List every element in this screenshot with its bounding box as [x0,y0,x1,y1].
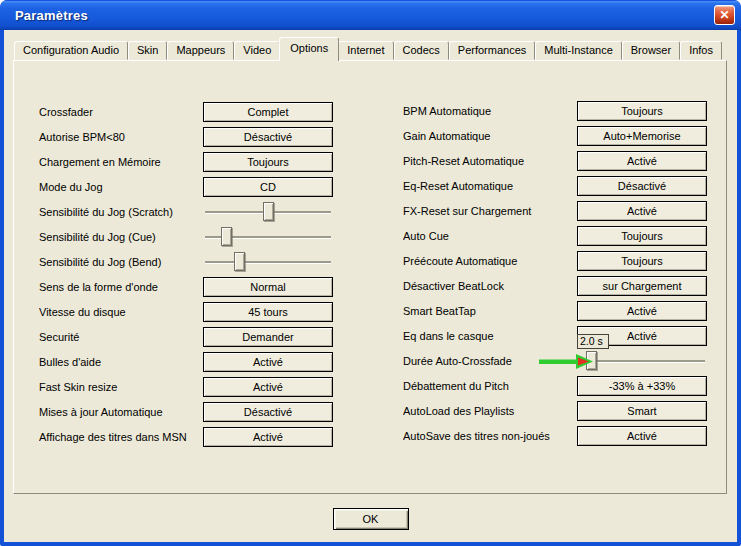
row-bpm-automatique: BPM Automatique Toujours [403,101,707,121]
ok-button[interactable]: OK [333,508,409,530]
slider-thumb[interactable] [263,202,274,221]
sens-forme-onde-value-button[interactable]: Normal [203,277,333,297]
setting-label: AutoSave des titres non-joués [403,430,577,442]
setting-label: Sensibilité du Jog (Cue) [39,231,203,243]
row-fx-reset: FX-Reset sur Chargement Activé [403,201,707,221]
slider-thumb[interactable] [221,227,232,246]
tab-bar: Configuration Audio Skin Mappeurs Video … [14,37,722,61]
auto-crossfade-slider[interactable]: 2.0 s [577,351,707,371]
setting-label: Affichage des titres dans MSN [39,431,203,443]
row-jog-bend: Sensibilité du Jog (Bend) [39,252,333,272]
securite-value-button[interactable]: Demander [203,327,333,347]
tab-performances[interactable]: Performances [449,41,535,60]
row-autoload-playlists: AutoLoad des Playlists Smart [403,401,707,421]
close-icon: ✕ [719,8,729,22]
setting-label: Pitch-Reset Automatique [403,155,577,167]
beatlock-value-button[interactable]: sur Chargement [577,276,707,296]
row-preecoute: Préécoute Automatique Toujours [403,251,707,271]
setting-label: Smart BeatTap [403,305,577,317]
dialog-body: Configuration Audio Skin Mappeurs Video … [4,30,737,542]
close-button[interactable]: ✕ [714,5,735,25]
titres-msn-value-button[interactable]: Activé [203,427,333,447]
setting-label: Securité [39,331,203,343]
setting-label: Sensibilité du Jog (Scratch) [39,206,203,218]
setting-label: Bulles d'aide [39,356,203,368]
setting-label: Sens de la forme d'onde [39,281,203,293]
slider-thumb[interactable] [234,252,245,271]
pitch-range-value-button[interactable]: -33% à +33% [577,376,707,396]
row-auto-crossfade: Durée Auto-Crossfade 2.0 s [403,351,707,371]
setting-label: Préécoute Automatique [403,255,577,267]
tab-configuration-audio[interactable]: Configuration Audio [14,41,128,60]
setting-label: BPM Automatique [403,105,577,117]
fx-reset-value-button[interactable]: Activé [577,201,707,221]
pitch-reset-value-button[interactable]: Activé [577,151,707,171]
tab-codecs[interactable]: Codecs [394,41,449,60]
title-bar: Paramètres ✕ [0,0,741,30]
tab-multi-instance[interactable]: Multi-Instance [535,41,621,60]
gain-automatique-value-button[interactable]: Auto+Memorise [577,126,707,146]
bpm-automatique-value-button[interactable]: Toujours [577,101,707,121]
jog-scratch-slider[interactable] [203,202,333,222]
fast-skin-resize-value-button[interactable]: Activé [203,377,333,397]
setting-label: Chargement en Mémoire [39,156,203,168]
autoload-playlists-value-button[interactable]: Smart [577,401,707,421]
tab-internet[interactable]: Internet [338,41,393,60]
settings-window: Paramètres ✕ Configuration Audio Skin Ma… [0,0,741,546]
chargement-memoire-value-button[interactable]: Toujours [203,152,333,172]
tab-video[interactable]: Video [234,41,280,60]
crossfader-value-button[interactable]: Complet [203,102,333,122]
setting-label: Sensibilité du Jog (Bend) [39,256,203,268]
setting-label: Eq-Reset Automatique [403,180,577,192]
row-bulles-aide: Bulles d'aide Activé [39,352,333,372]
setting-label: AutoLoad des Playlists [403,405,577,417]
window-title: Paramètres [15,8,88,23]
autorise-bpm-value-button[interactable]: Désactivé [203,127,333,147]
tab-mappeurs[interactable]: Mappeurs [167,41,234,60]
row-eq-casque: Eq dans le casque Activé [403,326,707,346]
row-sens-forme-onde: Sens de la forme d'onde Normal [39,277,333,297]
setting-label: Gain Automatique [403,130,577,142]
row-vitesse-disque: Vitesse du disque 45 tours [39,302,333,322]
row-jog-cue: Sensibilité du Jog (Cue) [39,227,333,247]
options-tab-page: Crossfader Complet Autorise BPM<80 Désac… [13,60,727,494]
setting-label: Fast Skin resize [39,381,203,393]
setting-label: Eq dans le casque [403,330,577,342]
row-chargement-memoire: Chargement en Mémoire Toujours [39,152,333,172]
jog-bend-slider[interactable] [203,252,333,272]
setting-label: FX-Reset sur Chargement [403,205,577,217]
autosave-titres-value-button[interactable]: Activé [577,426,707,446]
setting-label: Mode du Jog [39,181,203,193]
row-mode-jog: Mode du Jog CD [39,177,333,197]
tab-infos[interactable]: Infos [680,41,722,60]
mode-jog-value-button[interactable]: CD [203,177,333,197]
row-beatlock: Désactiver BeatLock sur Chargement [403,276,707,296]
slider-thumb[interactable] [586,351,597,370]
row-pitch-reset: Pitch-Reset Automatique Activé [403,151,707,171]
crossfade-duration-tooltip: 2.0 s [577,334,609,349]
row-gain-automatique: Gain Automatique Auto+Memorise [403,126,707,146]
row-smart-beattap: Smart BeatTap Activé [403,301,707,321]
auto-cue-value-button[interactable]: Toujours [577,226,707,246]
slider-track[interactable] [205,261,331,263]
row-titres-msn: Affichage des titres dans MSN Activé [39,427,333,447]
vitesse-disque-value-button[interactable]: 45 tours [203,302,333,322]
smart-beattap-value-button[interactable]: Activé [577,301,707,321]
setting-label: Auto Cue [403,230,577,242]
mises-a-jour-value-button[interactable]: Désactivé [203,402,333,422]
tab-options[interactable]: Options [279,37,339,61]
setting-label: Crossfader [39,106,203,118]
tab-skin[interactable]: Skin [128,41,167,60]
tab-browser[interactable]: Browser [622,41,680,60]
setting-label: Débattement du Pitch [403,380,577,392]
right-settings-column: BPM Automatique Toujours Gain Automatiqu… [403,101,707,451]
slider-track[interactable] [579,360,705,362]
row-pitch-range: Débattement du Pitch -33% à +33% [403,376,707,396]
eq-reset-value-button[interactable]: Désactivé [577,176,707,196]
bulles-aide-value-button[interactable]: Activé [203,352,333,372]
row-securite: Securité Demander [39,327,333,347]
jog-cue-slider[interactable] [203,227,333,247]
row-autorise-bpm: Autorise BPM<80 Désactivé [39,127,333,147]
row-jog-scratch: Sensibilité du Jog (Scratch) [39,202,333,222]
preecoute-value-button[interactable]: Toujours [577,251,707,271]
